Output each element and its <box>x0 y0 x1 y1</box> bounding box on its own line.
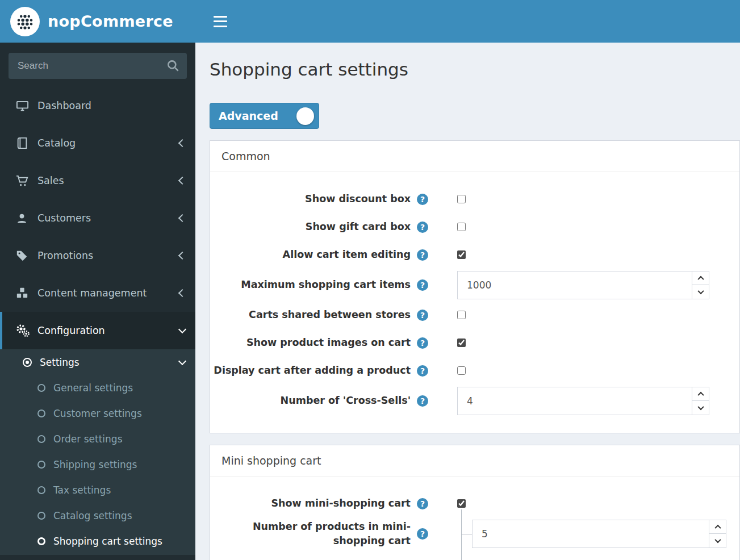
advanced-mode-toggle[interactable]: Advanced <box>210 103 319 129</box>
circle-icon <box>37 486 45 494</box>
brand-link[interactable]: nopCommerce <box>0 0 195 43</box>
setting-row: Show discount box ? <box>210 185 739 213</box>
chevron-left-icon <box>178 214 186 222</box>
number-of-products-in-mini-shopping-cart-input[interactable] <box>472 520 726 548</box>
circle-icon <box>37 384 45 392</box>
chevron-left-icon <box>178 177 186 185</box>
sidebar-item-order-settings[interactable]: Order settings <box>0 426 195 452</box>
sidebar-item-catalog[interactable]: Catalog <box>0 124 195 162</box>
help-icon[interactable]: ? <box>417 395 428 407</box>
setting-label: Show gift card box <box>306 220 411 234</box>
spinner-up-button[interactable] <box>709 520 726 534</box>
setting-row: Display cart after adding a product ? <box>210 357 739 385</box>
search-input[interactable] <box>9 53 187 79</box>
spinner-up-button[interactable] <box>692 387 709 402</box>
sidebar-item-customers[interactable]: Customers <box>0 199 195 237</box>
circle-icon <box>37 512 45 520</box>
panel-title: Mini shopping cart <box>210 445 739 477</box>
panel-mini-shopping-cart: Mini shopping cart Show mini-shopping ca… <box>210 445 740 560</box>
spinner-down-button[interactable] <box>692 401 709 415</box>
setting-label: Carts shared between stores <box>249 308 411 322</box>
sidebar-item-label: Catalog <box>37 137 76 149</box>
sidebar-item-sales[interactable]: Sales <box>0 162 195 199</box>
sidebar-item-label: Shopping cart settings <box>53 536 162 547</box>
chevron-left-icon <box>178 252 186 260</box>
chevron-left-icon <box>178 289 186 297</box>
help-icon[interactable]: ? <box>417 337 428 349</box>
help-icon[interactable]: ? <box>417 249 428 261</box>
chevron-left-icon <box>178 139 186 147</box>
sidebar-item-label: Content management <box>37 287 147 299</box>
circle-icon <box>37 461 45 469</box>
brand-name: nopCommerce <box>48 12 173 30</box>
sidebar-item-catalog-settings[interactable]: Catalog settings <box>0 503 195 528</box>
help-icon[interactable]: ? <box>417 528 428 540</box>
gears-icon <box>16 324 37 337</box>
sidebar-item-label: Settings <box>40 357 80 368</box>
spinner-up-button[interactable] <box>692 271 709 286</box>
show-product-images-on-cart-checkbox[interactable] <box>457 338 466 347</box>
help-icon[interactable]: ? <box>417 279 428 291</box>
main-area: Shopping cart settings Advanced Common S… <box>195 0 740 560</box>
sidebar: nopCommerce Dashboard Catalog <box>0 0 195 560</box>
spinner-down-button[interactable] <box>692 285 709 299</box>
sidebar-item-shipping-settings[interactable]: Shipping settings <box>0 452 195 477</box>
setting-label: Maximum shopping cart items <box>241 278 411 292</box>
show-discount-box-checkbox[interactable] <box>457 195 466 203</box>
sidebar-item-label: Sales <box>37 175 64 186</box>
tag-icon <box>16 249 37 262</box>
help-icon[interactable]: ? <box>417 194 428 205</box>
setting-row: Number of products in mini-shopping cart… <box>210 517 739 550</box>
sidebar-item-customer-settings[interactable]: Customer settings <box>0 400 195 426</box>
setting-label: Show mini-shopping cart <box>271 496 411 511</box>
help-icon[interactable]: ? <box>417 310 428 321</box>
help-icon[interactable]: ? <box>417 365 428 377</box>
sidebar-item-label: Configuration <box>37 325 105 336</box>
circle-icon <box>37 409 45 417</box>
sidebar-item-configuration[interactable]: Configuration <box>0 312 195 349</box>
sidebar-item-tax-settings[interactable]: Tax settings <box>0 477 195 503</box>
spinner-down-button[interactable] <box>709 534 726 548</box>
maximum-shopping-cart-items-input[interactable] <box>457 271 709 299</box>
sidebar-item-content-management[interactable]: Content management <box>0 274 195 312</box>
sidebar-item-dashboard[interactable]: Dashboard <box>0 87 195 124</box>
help-icon[interactable]: ? <box>417 222 428 233</box>
setting-label: Display cart after adding a product <box>214 363 411 378</box>
setting-label: Show discount box <box>305 192 411 206</box>
panel-title: Common <box>210 141 739 172</box>
user-icon <box>16 212 37 224</box>
desktop-icon <box>16 99 37 112</box>
sidebar-item-label: Customer settings <box>53 408 142 419</box>
setting-row: Show product images on cart ? <box>210 329 739 357</box>
cubes-icon <box>16 287 37 299</box>
sidebar-item-label: Catalog settings <box>53 510 132 521</box>
show-gift-card-box-checkbox[interactable] <box>457 223 466 231</box>
search-icon[interactable] <box>165 58 181 74</box>
chevron-down-icon <box>178 357 186 365</box>
allow-cart-item-editing-checkbox[interactable] <box>457 250 466 259</box>
carts-shared-between-stores-checkbox[interactable] <box>457 311 466 319</box>
show-mini-shopping-cart-checkbox[interactable] <box>457 499 466 508</box>
setting-row: Show gift card box ? <box>210 213 739 241</box>
sidebar-item-label: Order settings <box>53 433 123 445</box>
sidebar-item-settings[interactable]: Settings <box>0 349 195 375</box>
sidebar-menu: Dashboard Catalog Sales Customers <box>0 87 195 349</box>
panel-common: Common Show discount box ? Show gift car… <box>210 140 740 433</box>
display-cart-after-adding-product-checkbox[interactable] <box>457 366 466 375</box>
content-area: Shopping cart settings Advanced Common S… <box>195 43 740 560</box>
shopping-cart-icon <box>16 174 37 187</box>
help-icon[interactable]: ? <box>417 498 428 509</box>
sidebar-item-label: Promotions <box>37 250 93 261</box>
number-of-cross-sells-input[interactable] <box>457 387 709 415</box>
setting-row: Carts shared between stores ? <box>210 301 739 329</box>
dot-circle-icon <box>23 358 32 367</box>
topbar <box>195 0 740 43</box>
settings-submenu: General settings Customer settings Order… <box>0 375 195 554</box>
configuration-submenu: Settings General settings Customer setti… <box>0 349 195 555</box>
sidebar-item-label: Tax settings <box>53 484 111 496</box>
sidebar-item-promotions[interactable]: Promotions <box>0 237 195 274</box>
sidebar-item-shopping-cart-settings[interactable]: Shopping cart settings <box>0 528 195 554</box>
hamburger-menu-icon[interactable] <box>214 16 227 27</box>
sidebar-item-label: Dashboard <box>37 100 91 111</box>
sidebar-item-general-settings[interactable]: General settings <box>0 375 195 400</box>
